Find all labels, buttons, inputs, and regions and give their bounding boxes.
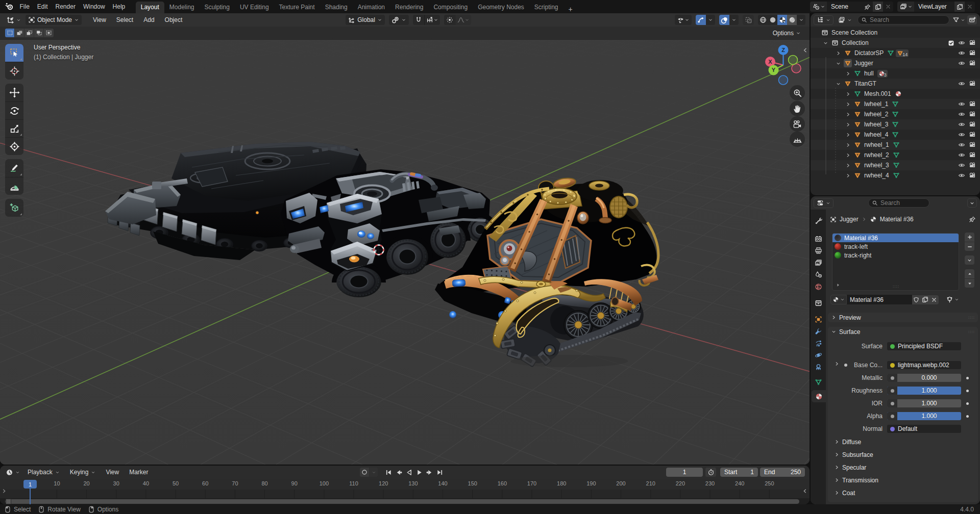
tool-scale[interactable] — [5, 119, 23, 137]
viewlayer-name-field[interactable]: ViewLayer — [914, 3, 954, 10]
topbar-menu-file[interactable]: File — [16, 0, 33, 13]
add-workspace-button[interactable]: + — [564, 5, 578, 13]
topbar-menu-window[interactable]: Window — [79, 0, 109, 13]
outliner-row[interactable]: hull3 — [811, 68, 980, 79]
zoom-button[interactable] — [790, 85, 805, 100]
decorator-dot[interactable] — [966, 377, 969, 379]
shading-rendered-button[interactable] — [787, 15, 797, 25]
previous-keyframe-button[interactable] — [394, 468, 403, 477]
disable-render-toggle[interactable] — [969, 172, 976, 179]
current-frame-field[interactable]: 1 — [666, 468, 703, 477]
scrollbar-knob[interactable] — [6, 499, 11, 504]
properties-options-dropdown[interactable] — [967, 198, 977, 208]
tab-constraints[interactable] — [811, 361, 826, 373]
panel-grip[interactable]: :::: — [968, 329, 975, 334]
outliner-row[interactable]: lwheel_1 — [811, 99, 980, 109]
pivot-point-selector[interactable] — [389, 15, 409, 25]
hide-viewport-toggle[interactable] — [958, 49, 965, 57]
material-name-field[interactable]: Material #36 — [847, 295, 912, 304]
workspace-tab-shading[interactable]: Shading — [320, 2, 353, 13]
outliner-row[interactable]: TitanGT — [811, 79, 980, 89]
timeline-scrollbar[interactable] — [5, 499, 799, 504]
metallic-slider[interactable]: 0.000 — [887, 374, 961, 382]
editor-type-button[interactable] — [4, 15, 23, 25]
tool-rotate[interactable] — [5, 101, 23, 119]
outliner-row[interactable]: Collection — [811, 38, 980, 48]
axis-gizmo[interactable]: XYZ — [765, 45, 801, 85]
workspace-tab-scripting[interactable]: Scripting — [529, 2, 564, 13]
material-slot[interactable]: track-left — [832, 242, 959, 251]
tool-measure[interactable] — [5, 177, 23, 195]
hide-viewport-toggle[interactable] — [958, 131, 965, 138]
start-frame-field[interactable]: Start1 — [720, 468, 758, 477]
decorator-dot[interactable] — [966, 402, 969, 405]
hide-viewport-toggle[interactable] — [958, 162, 965, 169]
tool-add-cube[interactable] — [5, 199, 23, 217]
next-keyframe-button[interactable] — [425, 468, 434, 477]
hide-viewport-toggle[interactable] — [958, 172, 965, 179]
surface-value[interactable]: Principled BSDF — [887, 342, 961, 350]
outliner-search-input[interactable] — [870, 16, 911, 23]
shading-material-button[interactable] — [777, 15, 787, 25]
disable-render-toggle[interactable] — [969, 100, 976, 108]
disable-render-toggle[interactable] — [969, 111, 976, 118]
timeline-ruler[interactable]: 1020304050607080901001101201301401501601… — [0, 479, 810, 490]
show-gizmo-dropdown[interactable] — [675, 15, 692, 25]
transform-orientation-selector[interactable]: Global — [346, 15, 385, 25]
play-reverse-button[interactable] — [404, 468, 413, 477]
select-mode-extend[interactable] — [15, 29, 24, 37]
slot-specials-button[interactable] — [965, 255, 974, 265]
browse-material-button[interactable] — [830, 295, 847, 304]
workspace-tab-compositing[interactable]: Compositing — [428, 2, 473, 13]
surface-panel-header[interactable]: Surface:::: — [828, 327, 978, 337]
material-slot[interactable]: Material #36 — [832, 234, 959, 242]
workspace-tab-layout[interactable]: Layout — [136, 2, 164, 13]
topbar-menu-edit[interactable]: Edit — [33, 0, 52, 13]
shading-wireframe-button[interactable] — [758, 15, 768, 25]
decorator-dot[interactable] — [966, 415, 969, 418]
collapsed-panel-header[interactable]: Subsurface — [828, 450, 978, 459]
breadcrumb-object[interactable]: Jugger — [840, 216, 859, 223]
use-preview-range-toggle[interactable] — [705, 468, 716, 477]
timeline-collapse-arrow[interactable] — [802, 488, 808, 494]
tab-object-data[interactable] — [811, 376, 826, 388]
scene-delete-button[interactable] — [883, 2, 893, 12]
play-button[interactable] — [414, 468, 424, 477]
expand-base-color[interactable] — [834, 361, 840, 367]
mode-selector[interactable]: Object Mode — [26, 15, 82, 25]
tab-physics[interactable] — [811, 349, 826, 362]
timeline-editor-type[interactable] — [3, 467, 22, 477]
hide-viewport-toggle[interactable] — [958, 111, 965, 118]
overlays-toggle[interactable] — [719, 15, 729, 25]
jump-to-start-button[interactable] — [384, 468, 393, 477]
decorator-dot[interactable] — [966, 390, 969, 392]
tab-world[interactable] — [811, 280, 826, 293]
sidebar-collapse-arrow[interactable] — [802, 47, 808, 54]
tool-move[interactable] — [5, 84, 23, 101]
outliner-filter-type[interactable] — [836, 15, 854, 25]
disable-render-toggle[interactable] — [969, 162, 976, 169]
topbar-menu-help[interactable]: Help — [109, 0, 129, 13]
end-frame-field[interactable]: End250 — [760, 468, 805, 477]
current-frame-badge[interactable]: 1 — [23, 480, 37, 489]
new-collection-button[interactable] — [967, 15, 977, 24]
workspace-tab-animation[interactable]: Animation — [353, 2, 390, 13]
move-slot-down-button[interactable] — [965, 278, 974, 288]
collapsed-panel-header[interactable]: Transmission — [828, 475, 978, 485]
auto-keyframe-dropdown[interactable] — [370, 468, 378, 477]
preview-panel-header[interactable]: Preview:::: — [828, 313, 978, 322]
outliner-row[interactable]: Jugger — [811, 58, 980, 68]
viewlayer-copy-button[interactable] — [954, 2, 965, 12]
tool-annotate[interactable] — [5, 159, 23, 177]
outliner-row[interactable]: rwheel_2 — [811, 150, 980, 160]
topbar-menu-render[interactable]: Render — [52, 0, 79, 13]
scene-browse-button[interactable] — [810, 2, 827, 12]
tab-modifiers[interactable] — [811, 325, 826, 338]
timeline-scrollbar-track[interactable] — [0, 498, 810, 504]
base-color-value[interactable]: lightmap.webp.002 — [887, 361, 961, 369]
collapsed-panel-header[interactable]: Coat — [828, 488, 978, 498]
proportional-edit-toggle[interactable] — [444, 15, 455, 25]
outliner-row[interactable]: Scene Collection — [811, 28, 980, 38]
gizmos-toggle[interactable] — [696, 15, 706, 25]
timeline-expand-arrow[interactable] — [1, 488, 7, 494]
